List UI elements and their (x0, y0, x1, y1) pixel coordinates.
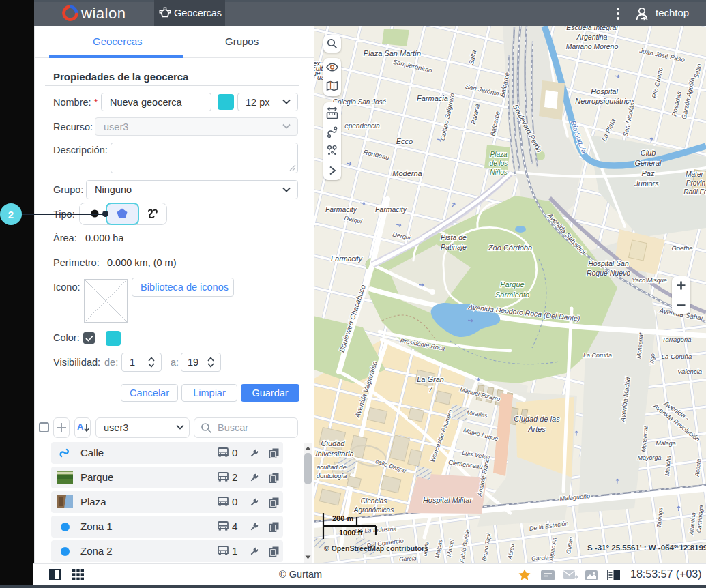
svg-text:Club: Club (641, 149, 656, 157)
svg-text:Ciencias: Ciencias (361, 497, 387, 505)
svg-text:Yaco Misque: Yaco Misque (632, 277, 666, 284)
svg-text:Vigo: Vigo (648, 353, 656, 366)
svg-text:acultad de: acultad de (317, 463, 347, 471)
svg-text:7: 7 (428, 385, 433, 394)
svg-text:Málaga: Málaga (656, 440, 676, 447)
svg-text:Hospital San: Hospital San (588, 259, 629, 267)
svg-text:Farmacity: Farmacity (375, 205, 407, 214)
svg-text:Hospital Militar: Hospital Militar (423, 496, 473, 504)
svg-text:Paz: Paz (642, 169, 655, 177)
svg-text:Colegio San José: Colegio San José (333, 98, 387, 106)
svg-text:La Coruña: La Coruña (583, 352, 612, 359)
svg-text:Universitaria: Universitaria (314, 450, 354, 458)
svg-text:La Gran: La Gran (417, 375, 444, 383)
svg-text:Argentina: Argentina (576, 33, 608, 41)
svg-text:Patinaje: Patinaje (441, 243, 467, 251)
svg-text:Ecco: Ecco (396, 137, 413, 145)
svg-text:Roque Nuevo: Roque Nuevo (587, 269, 630, 277)
svg-text:Mayorga: Mayorga (637, 454, 661, 461)
svg-text:García: García (531, 554, 549, 561)
svg-text:Pista de: Pista de (441, 233, 467, 241)
svg-text:Farmacia: Farmacia (417, 94, 448, 102)
svg-text:de los: de los (490, 160, 508, 167)
svg-text:Artes: Artes (527, 425, 546, 433)
svg-text:Juniors: Juniors (634, 179, 659, 188)
svg-text:Farmacity: Farmacity (325, 205, 357, 214)
svg-text:Zoo Córdoba: Zoo Córdoba (488, 244, 532, 252)
svg-text:Neuropsiquiátrico: Neuropsiquiátrico (575, 97, 634, 105)
svg-text:Sarmiento: Sarmiento (495, 291, 529, 299)
svg-text:Goethe: Goethe (671, 244, 692, 252)
svg-text:Provin: Provin (686, 179, 706, 187)
svg-text:General: General (634, 159, 662, 167)
svg-text:La Coruña: La Coruña (662, 353, 692, 360)
svg-text:Plaza: Plaza (490, 151, 507, 158)
svg-text:Mariano Moreno: Mariano Moreno (566, 42, 619, 50)
svg-text:dontología: dontología (317, 472, 347, 480)
svg-text:Hospital: Hospital (591, 87, 618, 95)
svg-text:Moderna: Moderna (392, 169, 422, 177)
svg-text:Ciudad de las: Ciudad de las (514, 415, 560, 423)
svg-text:Niños: Niños (490, 168, 508, 176)
svg-text:Raúl Feli: Raúl Feli (683, 188, 706, 196)
svg-text:Escuela Integral: Escuela Integral (566, 26, 618, 31)
svg-text:Mater: Mater (686, 171, 703, 178)
svg-text:Farmacity: Farmacity (331, 254, 363, 263)
svg-text:Valencia: Valencia (677, 368, 702, 375)
svg-text:Ciudad: Ciudad (321, 439, 346, 447)
svg-text:Plaza San Martín: Plaza San Martín (364, 49, 421, 57)
svg-text:Parque: Parque (500, 280, 524, 289)
svg-text:García: García (399, 555, 417, 562)
svg-text:ependencia: ependencia (344, 122, 380, 130)
svg-text:Tarragona: Tarragona (662, 336, 692, 343)
